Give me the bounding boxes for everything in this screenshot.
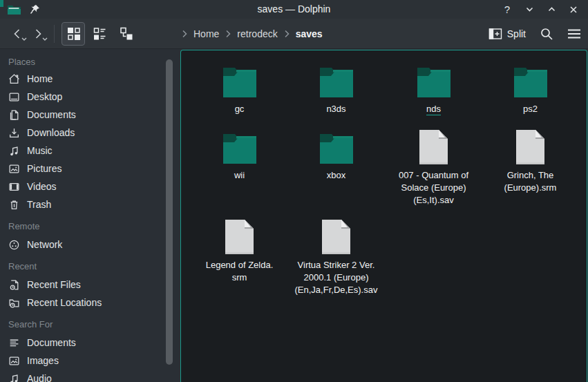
breadcrumb: Home retrodeck saves [182, 19, 323, 49]
split-button[interactable]: Split [489, 28, 526, 40]
section-header-search-for: Search For [0, 316, 180, 334]
breadcrumb-saves[interactable]: saves [296, 28, 323, 39]
folder-item-ps2[interactable]: ps2 [482, 61, 579, 115]
file-label: Legend of Zelda. srm [206, 259, 274, 284]
search-button[interactable] [540, 27, 553, 41]
breadcrumb-home[interactable]: Home [193, 28, 219, 39]
file-label: gc [235, 103, 245, 115]
forward-history-caret-icon [42, 31, 48, 44]
sidebar-item-music[interactable]: Music [0, 142, 180, 160]
sidebar-item-home[interactable]: Home [0, 70, 180, 88]
file-label: n3ds [326, 103, 345, 115]
folder-icon [317, 127, 356, 167]
recent-folder-icon [8, 297, 20, 309]
folder-item-gc[interactable]: gc [191, 61, 288, 115]
maximize-button[interactable] [544, 2, 559, 17]
sidebar-item-videos[interactable]: Videos [0, 178, 180, 195]
sidebar-item-label: Recent Files [27, 279, 81, 290]
folder-icon [511, 61, 550, 101]
details-tree-view-icon [119, 26, 133, 41]
folder-item-nds[interactable]: nds [385, 61, 482, 115]
file-icon [224, 217, 255, 257]
text-lines-icon [8, 337, 20, 349]
sidebar-item-label: Images [27, 355, 59, 366]
forward-button[interactable] [28, 23, 48, 45]
icons-view-button[interactable] [61, 22, 85, 46]
close-icon [569, 6, 578, 14]
sidebar-item-documents[interactable]: Documents [0, 106, 180, 124]
compact-view-button[interactable] [88, 22, 111, 46]
file-label: wii [234, 169, 245, 182]
breadcrumb-retrodeck[interactable]: retrodeck [237, 28, 277, 39]
sidebar-item-network[interactable]: Network [0, 236, 180, 254]
sidebar-item-downloads[interactable]: Downloads [0, 124, 180, 142]
details-view-button[interactable] [114, 22, 137, 46]
sidebar-item-label: Recent Locations [27, 297, 102, 308]
sidebar-item-label: Pictures [27, 163, 62, 174]
folder-item-n3ds[interactable]: n3ds [287, 61, 385, 115]
folder-icon [415, 61, 453, 101]
sidebar-item-trash[interactable]: Trash [0, 195, 180, 213]
folder-item-wii[interactable]: wii [191, 127, 288, 182]
folder-icon [220, 61, 259, 101]
file-icon [515, 127, 546, 167]
home-icon [8, 73, 20, 85]
sidebar-item-recent-locations[interactable]: Recent Locations [0, 294, 180, 312]
document-icon [8, 109, 20, 121]
menu-button[interactable] [567, 28, 581, 39]
icons-view-icon [66, 26, 81, 41]
folder-icon [220, 127, 259, 167]
file-item-007-quantum-of-solace[interactable]: 007 - Quantum of Solace (Europe) (Es,It)… [385, 127, 482, 207]
help-button[interactable]: ? [500, 2, 515, 17]
split-button-label: Split [507, 28, 526, 39]
sidebar-item-search-audio[interactable]: Audio [0, 370, 180, 382]
hamburger-menu-icon [567, 28, 581, 39]
sidebar-item-label: Documents [27, 337, 76, 348]
sidebar-item-desktop[interactable]: Desktop [0, 88, 180, 106]
search-icon [540, 27, 553, 41]
image-icon [8, 163, 20, 175]
dolphin-window: saves — Dolphin ? [0, 0, 588, 382]
pin-icon [30, 4, 40, 15]
sidebar-item-label: Trash [27, 199, 51, 210]
sidebar-item-label: Desktop [27, 91, 62, 102]
back-button[interactable] [7, 23, 28, 45]
sidebar-item-label: Documents [27, 109, 76, 120]
split-view-icon [489, 28, 502, 40]
music-note-icon [8, 373, 20, 382]
sidebar-item-search-images[interactable]: Images [0, 352, 180, 370]
toolbar-separator [54, 25, 55, 43]
file-item-legend-of-zelda[interactable]: Legend of Zelda. srm [191, 217, 288, 284]
compact-view-icon [93, 26, 107, 41]
file-icon [418, 127, 449, 167]
file-view: gc n3ds nds ps2 wii [180, 50, 587, 382]
file-label: xbox [327, 169, 345, 182]
section-header-places: Places [0, 55, 180, 70]
sidebar-scrollbar[interactable] [166, 59, 173, 365]
sidebar-item-pictures[interactable]: Pictures [0, 160, 180, 178]
sidebar-item-search-documents[interactable]: Documents [0, 334, 180, 352]
sidebar-item-label: Network [27, 239, 62, 250]
file-item-virtua-striker-2[interactable]: Virtua Striker 2 Ver. 2000.1 (Europe) (E… [287, 217, 385, 296]
chevron-down-icon [525, 5, 534, 14]
file-item-grinch-the[interactable]: Grinch, The (Europe).srm [482, 127, 579, 194]
chevron-right-icon [182, 30, 187, 38]
folder-item-xbox[interactable]: xbox [287, 127, 385, 182]
sidebar-item-recent-files[interactable]: Recent Files [0, 276, 180, 294]
minimize-button[interactable] [522, 2, 537, 17]
screen-corner-fragment [0, 0, 3, 7]
section-header-recent: Recent [0, 258, 180, 276]
file-label: Virtua Striker 2 Ver. 2000.1 (Europe) (E… [295, 259, 378, 296]
chevron-up-icon [547, 5, 556, 14]
download-icon [8, 127, 20, 139]
file-label: 007 - Quantum of Solace (Europe) (Es,It)… [399, 169, 468, 207]
film-icon [8, 181, 20, 193]
titlebar: saves — Dolphin ? [0, 0, 588, 19]
file-label: Grinch, The (Europe).srm [504, 169, 557, 194]
sidebar-item-label: Audio [27, 373, 52, 382]
close-button[interactable] [566, 2, 581, 17]
image-icon [8, 355, 20, 367]
recent-file-icon [8, 279, 20, 291]
section-header-remote: Remote [0, 218, 180, 236]
folder-icon [317, 61, 356, 101]
